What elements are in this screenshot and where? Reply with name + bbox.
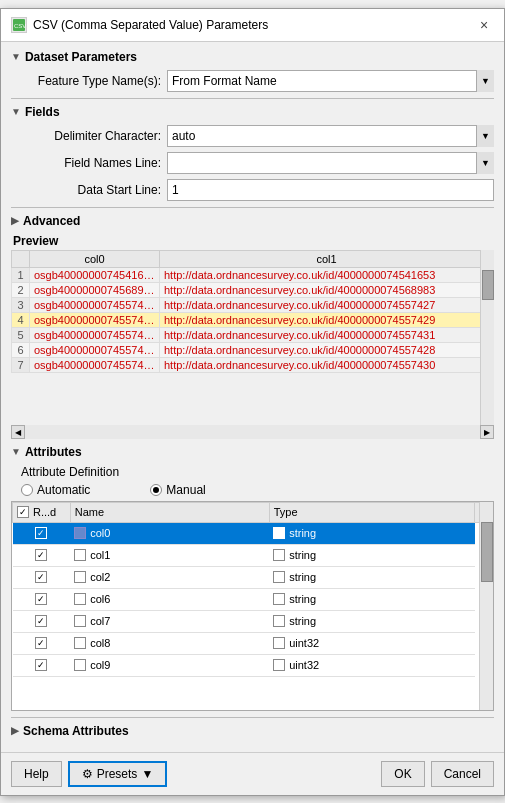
data-start-input[interactable] <box>167 179 494 201</box>
fields-header[interactable]: ▼ Fields <box>11 105 494 119</box>
preview-row[interactable]: 2 osgb4000000074568983 http://data.ordna… <box>12 282 494 297</box>
attr-row-name-text: col0 <box>90 527 110 539</box>
feature-type-select[interactable]: From Format Name <box>167 70 494 92</box>
data-start-row: Data Start Line: <box>11 179 494 201</box>
presets-button[interactable]: ⚙ Presets ▼ <box>68 761 168 787</box>
attr-row-type-text: uint32 <box>289 637 319 649</box>
field-names-row: Field Names Line: ▼ <box>11 152 494 174</box>
attr-row-type-text: string <box>289 615 316 627</box>
attr-row-checkbox[interactable] <box>35 549 47 561</box>
attr-row-checkbox[interactable] <box>35 527 47 539</box>
radio-automatic[interactable]: Automatic <box>21 483 90 497</box>
advanced-header[interactable]: ▶ Advanced <box>11 214 494 228</box>
attr-cell-name: col8 <box>70 632 269 654</box>
scroll-track-h <box>25 425 480 439</box>
attr-row[interactable]: col6 string <box>13 588 493 610</box>
attr-cell-type: string <box>269 610 474 632</box>
attr-row-checkbox[interactable] <box>35 571 47 583</box>
attr-cell-name: col7 <box>70 610 269 632</box>
attr-table-wrapper: R...d Name Type <box>11 501 494 711</box>
title-bar-left: CSV CSV (Comma Separated Value) Paramete… <box>11 17 268 33</box>
attr-row-name-text: col6 <box>90 593 110 605</box>
attr-th-type: Type <box>269 502 474 522</box>
preview-cell-col1: http://data.ordnancesurvey.co.uk/id/4000… <box>160 282 494 297</box>
advanced-arrow: ▶ <box>11 215 19 226</box>
attr-cell-type: string <box>269 544 474 566</box>
attributes-header[interactable]: ▼ Attributes <box>11 445 494 459</box>
attr-row-checkbox[interactable] <box>35 659 47 671</box>
attr-row[interactable]: col1 string <box>13 544 493 566</box>
dataset-params-header[interactable]: ▼ Dataset Parameters <box>11 50 494 64</box>
preview-scrollbar-h[interactable]: ◀ ▶ <box>11 425 494 439</box>
preview-cell-col1: http://data.ordnancesurvey.co.uk/id/4000… <box>160 267 494 282</box>
attr-row-type-box <box>273 571 285 583</box>
preview-cell-col0: osgb4000000074557428 <box>30 342 160 357</box>
attr-cell-type: uint32 <box>269 654 474 676</box>
dataset-params-label: Dataset Parameters <box>25 50 137 64</box>
attr-row-checkbox[interactable] <box>35 615 47 627</box>
preview-row[interactable]: 1 osgb4000000074541653 http://data.ordna… <box>12 267 494 282</box>
close-button[interactable]: × <box>474 15 494 35</box>
attr-row[interactable]: col7 string <box>13 610 493 632</box>
preview-row[interactable]: 3 osgb4000000074557427 http://data.ordna… <box>12 297 494 312</box>
attr-row-type-icon <box>74 549 86 561</box>
attr-scrollbar-v[interactable] <box>479 502 493 710</box>
attr-row-type-box <box>273 527 285 539</box>
attr-row-type-box <box>273 549 285 561</box>
preview-row[interactable]: 7 osgb4000000074557430 http://data.ordna… <box>12 357 494 372</box>
preview-row[interactable]: 6 osgb4000000074557428 http://data.ordna… <box>12 342 494 357</box>
dataset-params-arrow: ▼ <box>11 51 21 62</box>
preview-label: Preview <box>13 234 494 248</box>
buttons-bar: Help ⚙ Presets ▼ OK Cancel <box>1 752 504 795</box>
attr-row-type-icon <box>74 527 86 539</box>
preview-container: Preview col0 col1 1 osgb4000000074541653… <box>11 234 494 439</box>
attr-row[interactable]: col9 uint32 <box>13 654 493 676</box>
preview-th-col0: col0 <box>30 250 160 267</box>
help-button[interactable]: Help <box>11 761 62 787</box>
attr-scroll-thumb[interactable] <box>481 522 493 582</box>
scroll-left-arrow[interactable]: ◀ <box>11 425 25 439</box>
attr-row[interactable]: col0 string <box>13 522 493 544</box>
preview-cell-col1: http://data.ordnancesurvey.co.uk/id/4000… <box>160 327 494 342</box>
radio-manual-label: Manual <box>166 483 205 497</box>
attr-row-type-box <box>273 615 285 627</box>
feature-type-label: Feature Type Name(s): <box>21 74 161 88</box>
attr-row[interactable]: col2 string <box>13 566 493 588</box>
attr-cell-rd <box>13 654 71 676</box>
preview-table-wrapper: col0 col1 1 osgb4000000074541653 http://… <box>11 250 494 425</box>
preview-row[interactable]: 5 osgb4000000074557431 http://data.ordna… <box>12 327 494 342</box>
attr-row-checkbox[interactable] <box>35 593 47 605</box>
fields-label: Fields <box>25 105 60 119</box>
preview-scrollbar-v[interactable] <box>480 250 494 425</box>
schema-header[interactable]: ▶ Schema Attributes <box>11 724 494 738</box>
attr-row-type-icon <box>74 571 86 583</box>
attr-row-name-text: col7 <box>90 615 110 627</box>
attr-row[interactable]: col8 uint32 <box>13 632 493 654</box>
attr-table: R...d Name Type <box>12 502 493 677</box>
attr-row-type-box <box>273 637 285 649</box>
field-names-select[interactable] <box>167 152 494 174</box>
attr-row-type-text: string <box>289 549 316 561</box>
radio-manual[interactable]: Manual <box>150 483 205 497</box>
title-bar: CSV CSV (Comma Separated Value) Paramete… <box>1 9 504 42</box>
preview-scroll-thumb[interactable] <box>482 270 494 300</box>
attr-definition: Attribute Definition Automatic Manual <box>11 465 494 497</box>
attr-row-checkbox[interactable] <box>35 637 47 649</box>
ok-button[interactable]: OK <box>381 761 424 787</box>
attr-th-rd-content: R...d <box>17 506 66 518</box>
divider-3 <box>11 717 494 718</box>
radio-automatic-label: Automatic <box>37 483 90 497</box>
attr-cell-rd <box>13 632 71 654</box>
preview-cell-col0: osgb4000000074541653 <box>30 267 160 282</box>
cancel-button[interactable]: Cancel <box>431 761 494 787</box>
scroll-right-arrow[interactable]: ▶ <box>480 425 494 439</box>
fields-arrow: ▼ <box>11 106 21 117</box>
delimiter-select[interactable]: auto <box>167 125 494 147</box>
preview-row[interactable]: 4 osgb4000000074557429 http://data.ordna… <box>12 312 494 327</box>
attr-header-checkbox[interactable] <box>17 506 29 518</box>
attr-row-name-text: col8 <box>90 637 110 649</box>
presets-dropdown-arrow: ▼ <box>141 767 153 781</box>
attr-row-name-text: col1 <box>90 549 110 561</box>
preview-cell-col0: osgb4000000074557429 <box>30 312 160 327</box>
preview-table: col0 col1 1 osgb4000000074541653 http://… <box>11 250 494 373</box>
